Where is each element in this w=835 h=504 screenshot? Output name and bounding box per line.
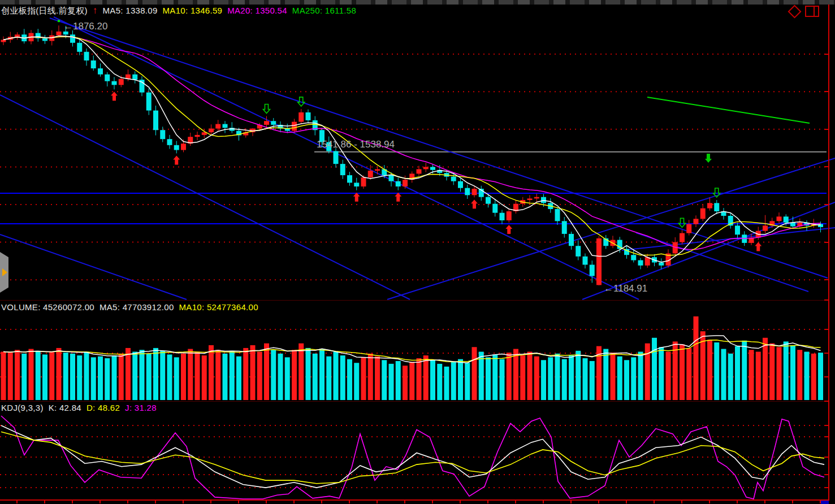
right-ruler-ticks — [824, 54, 829, 488]
peak-marker — [58, 20, 60, 22]
chart-corner-tools — [790, 6, 819, 17]
price-annotation: 1541.86 - 1538.94 — [317, 139, 395, 150]
diamond-icon[interactable] — [788, 5, 801, 18]
price-annotation: ←1184.91 — [604, 283, 647, 294]
ma5-line — [3, 36, 821, 262]
volume-header: VOLUME: 45260072.00MA5: 47703912.00MA10:… — [1, 302, 263, 312]
volume-bars — [1, 316, 824, 400]
legend-item: MA5: 1338.09 — [103, 6, 158, 15]
main-gridlines — [0, 54, 827, 280]
stock-title: 创业板指(日线.前复权) — [1, 6, 88, 15]
sell-arrow-icon — [679, 218, 686, 227]
expand-arrow-icon — [2, 268, 7, 276]
legend-item: MA10: 52477364.00 — [179, 302, 258, 312]
price-annotations: ←1876.201541.86 - 1538.94←1184.91 — [63, 21, 647, 294]
buy-arrow-icon — [755, 242, 762, 251]
buy-arrow-icon — [395, 193, 401, 202]
price-annotation: ←1876.20 — [63, 21, 107, 32]
kdj-header: KDJ(9,3,3)K: 42.84D: 48.62J: 31.28 — [1, 402, 162, 413]
split-window-icon[interactable] — [805, 6, 819, 17]
legend-item: KDJ(9,3,3) — [1, 403, 44, 412]
legend-item: MA250: 1611.58 — [292, 6, 356, 15]
buy-arrow-icon — [471, 199, 478, 208]
sidebar-expander[interactable] — [0, 252, 8, 293]
buy-arrow-icon — [111, 92, 118, 101]
legend-item: MA10: 1346.59 — [163, 6, 223, 15]
kdj-gridlines — [0, 425, 827, 488]
legend-item: K: 42.84 — [49, 403, 81, 412]
buy-arrow-icon — [505, 225, 512, 234]
sell-arrow-icon — [263, 105, 270, 114]
main-chart-header: 创业板指(日线.前复权)↑MA5: 1338.09MA10: 1346.59MA… — [1, 5, 366, 16]
chart-canvas[interactable]: ←1876.201541.86 - 1538.94←1184.91 — [0, 0, 835, 504]
bottom-axis-ticks — [17, 501, 820, 503]
chart-window: ←1876.201541.86 - 1538.94←1184.91 创业板指(日… — [0, 0, 835, 504]
ma-legend: MA5: 1338.09MA10: 1346.59MA20: 1350.54MA… — [103, 6, 361, 15]
buy-arrow-icon — [173, 155, 180, 164]
legend-item: J: 31.28 — [125, 403, 157, 412]
legend-item: MA5: 47703912.00 — [99, 302, 174, 312]
ma250-line — [647, 97, 810, 123]
sell-arrow-icon — [705, 154, 712, 163]
legend-item: D: 48.62 — [86, 403, 120, 412]
ma20-line — [3, 37, 821, 250]
legend-item: VOLUME: 45260072.00 — [1, 302, 94, 312]
scrollbar-corner[interactable] — [821, 501, 829, 504]
buy-arrow-icon — [353, 193, 360, 202]
legend-item: MA20: 1350.54 — [227, 6, 287, 15]
trend-up-icon: ↑ — [93, 5, 98, 16]
candle-series — [1, 25, 824, 285]
